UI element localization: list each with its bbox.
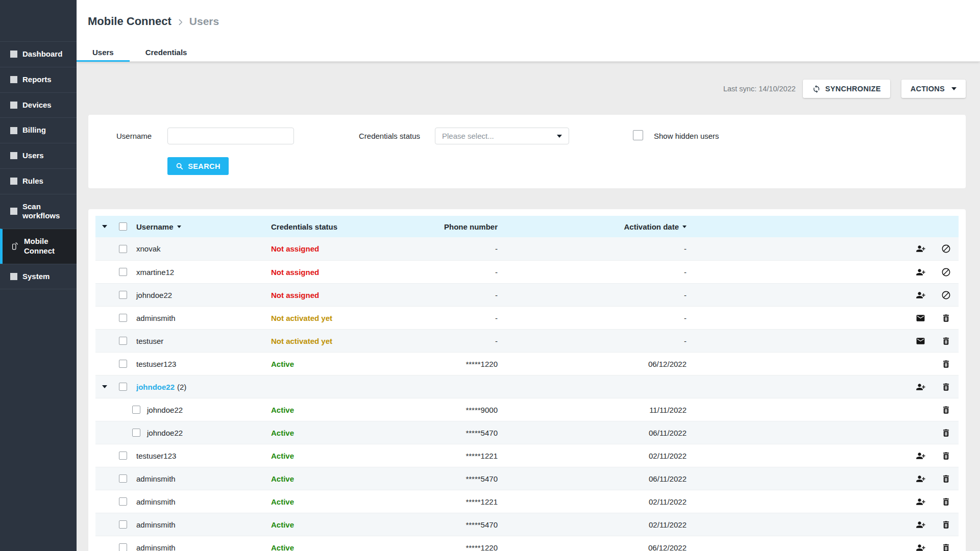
group-expand-caret-icon[interactable] <box>95 270 114 273</box>
credentials-status-cell: Active <box>271 520 406 529</box>
trash-icon[interactable] <box>933 359 959 369</box>
sidebar-item-billing[interactable]: Billing <box>0 117 77 143</box>
row-checkbox[interactable] <box>119 268 127 276</box>
credentials-status-select[interactable]: Please select... <box>435 128 569 144</box>
group-expand-caret-icon[interactable] <box>95 546 114 549</box>
group-expand-caret-icon[interactable] <box>95 293 114 296</box>
group-expand-caret-icon[interactable] <box>95 247 114 251</box>
activation-date-cell: 06/12/2022 <box>498 543 687 551</box>
group-expand-caret-icon[interactable] <box>95 523 114 526</box>
row-checkbox[interactable] <box>119 314 127 322</box>
trash-icon[interactable] <box>933 336 959 346</box>
group-expand-caret-icon[interactable] <box>95 431 114 434</box>
ban-icon[interactable] <box>933 244 959 254</box>
sidebar-item-scan-workflows[interactable]: Scan workflows <box>0 194 77 229</box>
table-row: adminsmith Not activated yet - - <box>95 306 959 329</box>
trash-icon[interactable] <box>933 520 959 530</box>
chevron-down-icon <box>951 87 957 90</box>
row-checkbox[interactable] <box>119 245 127 253</box>
group-expand-caret-icon[interactable] <box>95 362 114 365</box>
row-checkbox[interactable] <box>119 543 127 551</box>
group-count: (2) <box>177 383 186 391</box>
group-expand-caret-icon[interactable] <box>95 316 114 319</box>
table-row: testuser123 Active *****1220 06/12/2022 <box>95 352 959 375</box>
table-row: johndoe22 Active *****5470 06/11/2022 <box>95 421 959 444</box>
trash-icon[interactable] <box>933 451 959 461</box>
table-row: johndoe22 Active *****9000 11/11/2022 <box>95 398 959 421</box>
person-add-icon[interactable] <box>908 290 933 300</box>
row-checkbox[interactable] <box>119 337 127 345</box>
sidebar-item-rules[interactable]: Rules <box>0 168 77 194</box>
column-header-activation-date[interactable]: Activation date <box>498 222 687 231</box>
column-header-username[interactable]: Username <box>132 222 271 231</box>
sidebar-item-label: Billing <box>22 126 46 135</box>
row-checkbox[interactable] <box>119 360 127 368</box>
sidebar-item-label: Mobile Connect <box>24 237 72 256</box>
row-checkbox[interactable] <box>119 497 127 506</box>
row-checkbox[interactable] <box>119 383 127 391</box>
breadcrumb-parent[interactable]: Mobile Connect <box>88 15 172 28</box>
group-expand-caret-icon[interactable] <box>95 477 114 480</box>
trash-icon[interactable] <box>933 474 959 484</box>
synchronize-button[interactable]: SYNCHRONIZE <box>803 80 890 98</box>
username-cell[interactable]: johndoe22 <box>136 383 175 391</box>
person-add-icon[interactable] <box>908 382 933 392</box>
table-row: johndoe22 Not assigned - - <box>95 283 959 306</box>
person-add-icon[interactable] <box>908 497 933 507</box>
person-add-icon[interactable] <box>908 451 933 461</box>
trash-icon[interactable] <box>933 382 959 392</box>
tab-credentials[interactable]: Credentials <box>130 43 203 61</box>
trash-icon[interactable] <box>933 313 959 323</box>
sidebar-item-users[interactable]: Users <box>0 143 77 168</box>
person-add-icon[interactable] <box>908 474 933 484</box>
row-actions <box>887 405 959 415</box>
sidebar-item-dashboard[interactable]: Dashboard <box>0 41 77 67</box>
ban-icon[interactable] <box>933 290 959 300</box>
sidebar-item-reports[interactable]: Reports <box>0 67 77 92</box>
username-cell: adminsmith <box>136 520 176 529</box>
table-row: adminsmith Active *****5470 02/11/2022 <box>95 513 959 536</box>
group-expand-caret-icon[interactable] <box>95 385 114 388</box>
search-button[interactable]: SEARCH <box>167 157 229 175</box>
breadcrumb-current: Users <box>189 15 219 28</box>
row-checkbox[interactable] <box>119 474 127 483</box>
trash-icon[interactable] <box>933 543 959 551</box>
activation-date-cell: 02/11/2022 <box>498 497 687 506</box>
sidebar-item-mobile-connect[interactable]: Mobile Connect <box>0 229 77 264</box>
row-actions <box>887 359 959 369</box>
row-checkbox[interactable] <box>119 520 127 529</box>
ban-icon[interactable] <box>933 267 959 277</box>
activation-date-cell: - <box>498 268 687 277</box>
person-add-icon[interactable] <box>908 244 933 254</box>
row-checkbox[interactable] <box>119 452 127 460</box>
select-all-checkbox[interactable] <box>119 222 127 231</box>
trash-icon[interactable] <box>933 428 959 438</box>
group-expand-caret-icon[interactable] <box>95 408 114 411</box>
row-actions <box>887 336 959 346</box>
credentials-status-cell: Active <box>271 474 406 483</box>
phone-number-cell: *****1221 <box>406 497 498 506</box>
person-add-icon[interactable] <box>908 267 933 277</box>
expand-all-caret-icon[interactable] <box>95 225 114 228</box>
envelope-icon[interactable] <box>908 313 933 323</box>
actions-button[interactable]: ACTIONS <box>901 80 966 98</box>
envelope-icon[interactable] <box>908 336 933 346</box>
tab-credentials-label: Credentials <box>145 48 187 57</box>
trash-icon[interactable] <box>933 497 959 507</box>
group-expand-caret-icon[interactable] <box>95 339 114 342</box>
sidebar-item-system[interactable]: System <box>0 264 77 290</box>
person-add-icon[interactable] <box>908 520 933 530</box>
group-expand-caret-icon[interactable] <box>95 454 114 457</box>
sidebar-item-devices[interactable]: Devices <box>0 92 77 118</box>
show-hidden-users-checkbox[interactable] <box>633 130 643 140</box>
sync-icon <box>812 85 821 93</box>
credentials-status-cell: Not activated yet <box>271 314 406 322</box>
tab-users[interactable]: Users <box>77 43 130 61</box>
table-row: adminsmith Active *****1220 06/12/2022 <box>95 536 959 551</box>
person-add-icon[interactable] <box>908 543 933 551</box>
trash-icon[interactable] <box>933 405 959 415</box>
username-input[interactable] <box>167 128 294 144</box>
row-checkbox[interactable] <box>119 291 127 299</box>
group-expand-caret-icon[interactable] <box>95 500 114 503</box>
last-sync-text: Last sync: 14/10/2022 <box>723 85 796 93</box>
